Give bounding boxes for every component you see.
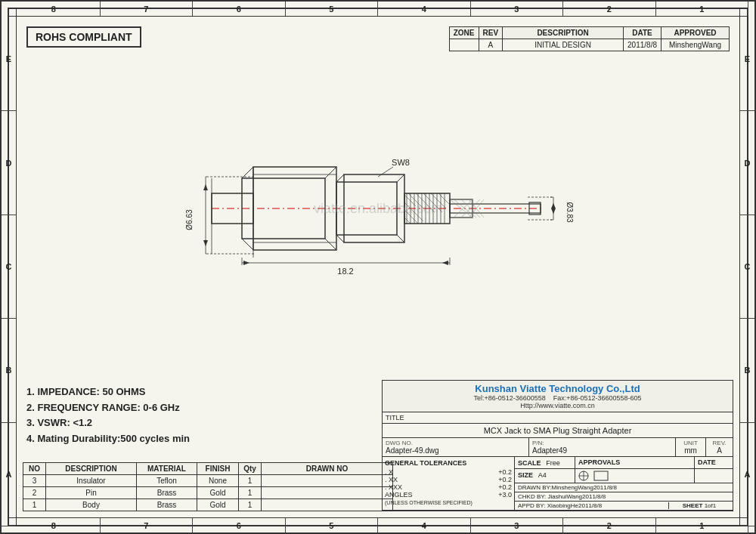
svg-line-3 (325, 167, 336, 178)
sheet-value: 1of1 (705, 502, 717, 509)
tol-xxx-value: +0.2 (498, 483, 512, 491)
tol-xx-label: . XX (385, 476, 398, 483)
svg-marker-57 (203, 184, 208, 190)
size-row: SIZE A4 (515, 469, 733, 483)
drawing-area: viatte.en.alibaba.com (26, 64, 730, 353)
rev-approved: MinshengWang (662, 39, 730, 51)
dwg-no-cell: DWG NO. Adapter-49.dwg (383, 438, 529, 456)
approvals-block: SCALE Free APPROVALS DATE SIZE A4 (515, 457, 733, 510)
company-name: Kunshan Viatte Technology Co.,Ltd (384, 383, 731, 394)
part1-no: 1 (23, 499, 46, 511)
part2-mat: Brass (137, 487, 197, 499)
title-label-cell: TITLE (383, 412, 407, 423)
grid-left-C: C (2, 215, 16, 319)
svg-line-49 (378, 167, 393, 177)
part2-finish: Gold (197, 487, 239, 499)
svg-marker-71 (243, 261, 249, 265)
grid-right-D: D (740, 111, 754, 215)
rev-header-rev: REV (479, 27, 503, 39)
grid-bottom-3: 3 (471, 518, 564, 532)
svg-line-29 (404, 202, 423, 221)
svg-marker-72 (442, 261, 448, 265)
drawn-by-row: DRAWN BY:MinshengWang2011/8/8 (515, 483, 733, 492)
grid-bottom-4: 4 (378, 518, 471, 532)
tol-angles-row: ANGLES +3.0 (385, 491, 512, 499)
grid-left: E D C B A (2, 8, 17, 526)
tol-angles-value: +3.0 (498, 491, 512, 499)
company-tel-fax: Tel:+86-0512-36600558 Fax:+86-0512-36600… (384, 394, 731, 402)
grid-top-6: 6 (193, 2, 286, 16)
parts-table: NO DESCRIPTION MATERIAL FINISH Qty DRAWN… (23, 462, 393, 511)
part1-drawn (262, 499, 393, 511)
svg-line-13 (336, 235, 344, 242)
grid-top: 8 7 6 5 4 3 2 1 (8, 2, 748, 17)
grid-top-3: 3 (471, 2, 564, 16)
date-empty (695, 469, 733, 483)
tol-xxx-label: . XXX (385, 483, 402, 491)
grid-bottom-8: 8 (8, 518, 101, 532)
rev-cell: REV. A (706, 438, 733, 456)
grid-top-1: 1 (656, 2, 749, 16)
svg-line-31 (404, 218, 411, 224)
title-row: TITLE (383, 412, 733, 424)
grid-bottom: 8 7 6 5 4 3 2 1 (8, 517, 748, 532)
grid-left-A: A (2, 423, 16, 526)
size-cell: SIZE A4 (515, 469, 575, 483)
sheet-cell: SHEET 1of1 (669, 502, 730, 509)
rev-header-zone: ZONE (449, 27, 479, 39)
dwg-no-label: DWG NO. (386, 440, 525, 446)
tolerances-title: GENERAL TOLERANCES (385, 459, 512, 467)
grid-top-5: 5 (286, 2, 379, 16)
part2-no: 2 (23, 487, 46, 499)
grid-right: E D C B A (739, 8, 754, 526)
rohs-box: ROHS COMPLIANT (26, 26, 141, 48)
grid-top-7: 7 (101, 2, 194, 16)
parts-header-desc: DESCRIPTION (46, 463, 137, 475)
part3-drawn (262, 475, 393, 487)
svg-line-12 (397, 174, 404, 182)
svg-rect-77 (594, 471, 608, 480)
svg-marker-65 (551, 203, 556, 208)
grid-left-E: E (2, 8, 16, 111)
size-label: SIZE (518, 471, 533, 479)
part2-qty: 1 (239, 487, 262, 499)
title-block: Kunshan Viatte Technology Co.,Ltd Tel:+8… (382, 380, 733, 511)
sw8-label: SW8 (392, 158, 410, 167)
scale-label: SCALE (518, 459, 541, 467)
svg-line-33 (416, 193, 435, 212)
company-header: Kunshan Viatte Technology Co.,Ltd Tel:+8… (383, 381, 733, 412)
pn-value: Adapter49 (532, 446, 672, 455)
scale-value: Free (546, 459, 560, 467)
lower-block: GENERAL TOLERANCES . X +0.2 . XX +0.2 . … (383, 457, 733, 511)
svg-line-5 (325, 239, 336, 250)
parts-header-finish: FINISH (197, 463, 239, 475)
part1-desc: Body (46, 499, 137, 511)
svg-line-34 (423, 193, 442, 212)
rev-header-approved: APPROVED (662, 27, 730, 39)
rev-header-date: DATE (624, 27, 662, 39)
svg-marker-58 (203, 240, 208, 246)
svg-line-14 (397, 235, 404, 242)
pn-label: P/N: (532, 440, 672, 446)
company-fax: Fax:+86-0512-36600558-605 (553, 394, 642, 402)
grid-right-A: A (740, 423, 754, 526)
rev-label: REV. (709, 440, 730, 446)
rohs-label: ROHS COMPLIANT (36, 31, 132, 43)
appd-by-row: APPD BY: XiaobingHe2011/8/8 SHEET 1of1 (515, 502, 733, 510)
part3-mat: Teflon (137, 475, 197, 487)
svg-line-2 (242, 167, 253, 178)
dwg-row: DWG NO. Adapter-49.dwg P/N: Adapter49 UN… (383, 438, 733, 457)
part3-qty: 1 (239, 475, 262, 487)
date-label: DATE (695, 457, 733, 468)
part1-finish: Gold (197, 499, 239, 511)
gdt-circle-icon (578, 471, 589, 481)
part2-desc: Pin (46, 487, 137, 499)
parts-header-qty: Qty (239, 463, 262, 475)
rev-row-1: A INITIAL DESIGN 2011/8/8 MinshengWang (449, 39, 729, 51)
parts-header-no: NO (23, 463, 46, 475)
dwg-no-value: Adapter-49.dwg (386, 446, 525, 455)
rev-rev: A (479, 39, 503, 51)
svg-line-4 (242, 239, 253, 250)
drawing-container: 8 7 6 5 4 3 2 1 8 7 6 5 4 3 2 1 E D C B … (0, 0, 756, 534)
rev-zone (449, 39, 479, 51)
